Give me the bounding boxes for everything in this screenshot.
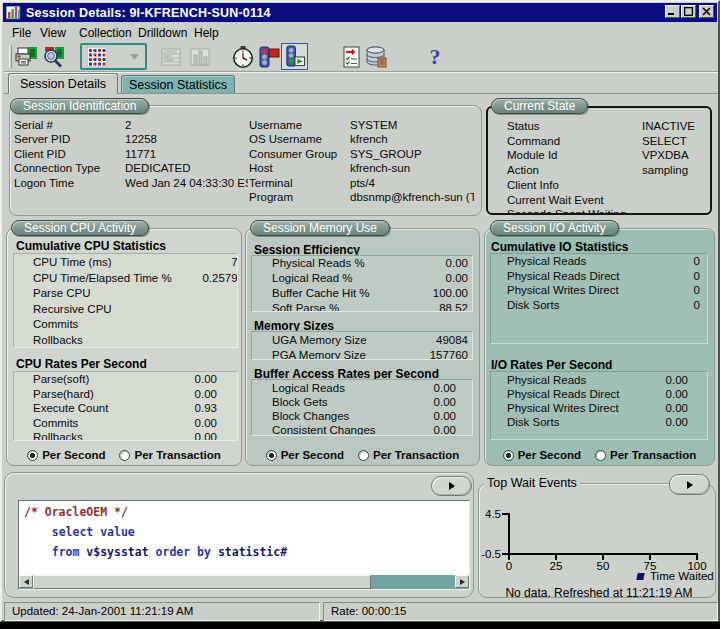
buffer-access-rates-box: Logical Reads0.00Block Gets0.00Block Cha… xyxy=(251,379,473,436)
sql-text-area[interactable]: /* OracleOEM */ select value from v$syss… xyxy=(18,500,470,590)
sql-expand-button[interactable] xyxy=(431,476,472,496)
row-value: 0.00 xyxy=(558,374,688,386)
row-value: 0.00 xyxy=(87,417,217,429)
wait-events-expand-button[interactable] xyxy=(669,474,710,495)
detail-row: UsernameSYSTEM xyxy=(249,119,302,131)
stat-row: Logical Read %0.00 xyxy=(252,272,473,287)
detail-row: Serial #2 xyxy=(14,119,53,131)
per-transaction-radio[interactable] xyxy=(595,450,606,461)
row-value: Wed Jan 24 04:33:30 EST 2001 xyxy=(125,177,248,189)
toolbar: ? xyxy=(4,42,718,72)
row-label: Module Id xyxy=(507,149,558,161)
toolbar-grip[interactable] xyxy=(9,46,12,68)
row-value: 0 xyxy=(570,255,700,267)
sql-token: v$sysstat xyxy=(86,545,155,559)
row-label: Serial # xyxy=(14,119,53,131)
per-second-label: Per Second xyxy=(281,449,344,461)
tab-label: Session Details xyxy=(20,77,106,91)
menu-view[interactable]: View xyxy=(40,26,66,40)
menu-collection[interactable]: Collection xyxy=(79,26,132,40)
detail-row: Terminalpts/4 xyxy=(249,177,292,189)
maximize-button[interactable] xyxy=(681,5,696,18)
traffic-light-go-button[interactable] xyxy=(281,43,308,70)
stat-row: Physical Reads %0.00 xyxy=(252,257,473,272)
row-value: 100.00 xyxy=(338,287,468,299)
database-icon[interactable] xyxy=(364,45,388,69)
per-transaction-radio[interactable] xyxy=(119,450,130,461)
search-report-icon[interactable] xyxy=(42,45,66,69)
help-icon[interactable]: ? xyxy=(423,45,447,69)
row-value: sampling xyxy=(642,164,688,176)
sql-token: order by xyxy=(156,545,218,559)
row-label: Parse(soft) xyxy=(33,373,89,385)
row-value: 0.00 xyxy=(558,388,688,400)
row-label: Current Wait Event xyxy=(507,194,604,206)
stat-row: Disk Sorts0 xyxy=(491,299,708,314)
detail-row: CommandSELECT xyxy=(507,135,560,147)
row-value: SYSTEM xyxy=(350,119,474,131)
stat-row: Commits xyxy=(14,318,238,334)
row-label: Command xyxy=(507,135,560,147)
row-value: 0 xyxy=(570,299,700,311)
scroll-left-button[interactable] xyxy=(19,575,33,588)
sql-token: /* OracleOEM */ xyxy=(24,505,128,519)
sql-token: statistic# xyxy=(218,545,287,559)
status-updated: Updated: 24-Jan-2001 11:21:19 AM xyxy=(4,602,320,621)
stat-row: Parse(soft)0.00 xyxy=(14,373,238,388)
scroll-right-button[interactable] xyxy=(455,575,469,588)
per-transaction-radio[interactable] xyxy=(358,450,369,461)
detail-row: Programdbsnmp@kfrench-sun (TNS V1-V3) xyxy=(249,191,293,203)
stat-row: PGA Memory Size157760 xyxy=(252,349,473,360)
svg-text:?: ? xyxy=(430,45,441,69)
title-bar: Session Details: 9I-KFRENCH-SUN-0114 xyxy=(3,3,717,22)
sql-hscrollbar[interactable] xyxy=(19,575,469,589)
chart-y-axis xyxy=(508,513,510,555)
row-value: 88.52 xyxy=(338,302,468,312)
per-second-radio[interactable] xyxy=(27,450,38,461)
maximize-icon xyxy=(684,7,693,16)
detail-row: Consumer GroupSYS_GROUP xyxy=(249,148,337,160)
cpu-rates-rows: Parse(soft)0.00Parse(hard)0.00Execute Co… xyxy=(14,373,238,441)
cumulative-io-rows: Physical Reads0Physical Reads Direct0Phy… xyxy=(491,255,708,313)
row-label: Commits xyxy=(33,417,78,429)
detail-row: Actionsampling xyxy=(507,164,539,176)
row-value: 0.00 xyxy=(558,402,688,414)
minimize-button[interactable] xyxy=(665,5,680,18)
cpu-rates-box: Parse(soft)0.00Parse(hard)0.00Execute Co… xyxy=(13,371,238,441)
table-view-disabled-icon[interactable] xyxy=(159,45,183,69)
row-label: Action xyxy=(507,164,539,176)
cumulative-cpu-rows: CPU Time (ms)72CPU Time/Elapsed Time %0.… xyxy=(14,256,238,348)
chart-grid-dropdown[interactable] xyxy=(80,43,147,70)
row-value: 157760 xyxy=(338,349,468,360)
session-efficiency-box: Physical Reads %0.00Logical Read %0.00Bu… xyxy=(251,255,473,312)
close-button[interactable] xyxy=(699,5,714,18)
session-identification-header: Session Identification xyxy=(10,98,149,114)
tab-session-details[interactable]: Session Details xyxy=(8,73,118,94)
row-value: SYS_GROUP xyxy=(350,148,474,160)
per-second-radio[interactable] xyxy=(503,450,514,461)
scrollbar-thumb[interactable] xyxy=(33,575,371,589)
menu-drilldown[interactable]: Drilldown xyxy=(138,26,187,40)
menu-file[interactable]: File xyxy=(12,26,31,40)
stat-row: Commits0.00 xyxy=(14,417,238,432)
report-transfer-icon[interactable] xyxy=(340,45,364,69)
per-second-radio[interactable] xyxy=(266,450,277,461)
menu-help[interactable]: Help xyxy=(194,26,219,40)
stat-row: Recursive CPU xyxy=(14,303,238,319)
stat-row: CPU Time/Elapsed Time %0.25792 xyxy=(14,272,238,288)
sql-text: /* OracleOEM */ select value from v$syss… xyxy=(24,502,287,562)
row-value: pts/4 xyxy=(350,177,474,189)
row-label: Rollbacks xyxy=(33,334,83,346)
traffic-light-stop-icon[interactable] xyxy=(257,45,281,69)
session-efficiency-rows: Physical Reads %0.00Logical Read %0.00Bu… xyxy=(252,257,473,312)
bar-chart-view-disabled-icon[interactable] xyxy=(188,45,212,69)
row-label: Server PID xyxy=(14,133,70,145)
clock-icon[interactable] xyxy=(231,45,255,69)
chevron-down-icon xyxy=(130,54,139,60)
section-header: I/O Rates Per Second xyxy=(491,358,612,372)
detail-row: Seconds Spent Waiting xyxy=(507,208,626,215)
row-value: SELECT xyxy=(642,135,687,147)
tab-session-statistics[interactable]: Session Statistics xyxy=(121,75,235,93)
print-icon[interactable] xyxy=(15,45,39,69)
stat-row: Rollbacks0.00 xyxy=(14,431,238,441)
